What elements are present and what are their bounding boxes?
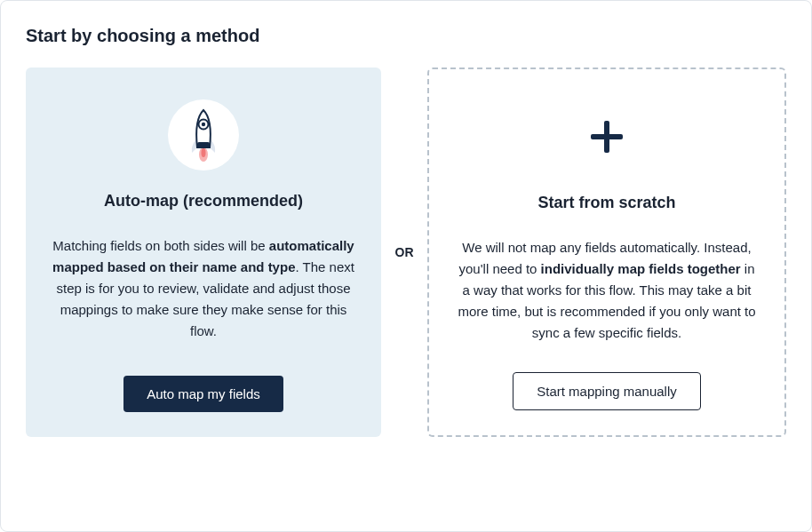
options-row: Auto-map (recommended) Matching fields o… [26, 67, 786, 437]
rocket-icon-circle [168, 99, 239, 171]
svg-rect-6 [591, 134, 623, 139]
manual-description: We will not map any fields automatically… [454, 237, 760, 344]
divider-or: OR [381, 67, 427, 437]
rocket-icon [182, 107, 225, 163]
auto-map-card: Auto-map (recommended) Matching fields o… [26, 67, 381, 437]
method-selection-panel: Start by choosing a method [0, 0, 812, 532]
svg-rect-4 [197, 142, 210, 147]
manual-button[interactable]: Start mapping manually [513, 372, 701, 410]
auto-map-title: Auto-map (recommended) [104, 192, 303, 210]
svg-point-1 [202, 148, 206, 157]
manual-desc-bold: individually map fields together [541, 261, 741, 276]
auto-map-description: Matching fields on both sides will be au… [51, 235, 356, 347]
plus-icon-area [571, 101, 642, 172]
page-title: Start by choosing a method [26, 26, 786, 46]
manual-title: Start from scratch [537, 194, 675, 212]
plus-icon [589, 119, 625, 155]
svg-point-3 [202, 123, 205, 126]
rocket-icon-area [168, 99, 239, 171]
auto-map-button[interactable]: Auto map my fields [123, 376, 283, 412]
manual-card: Start from scratch We will not map any f… [427, 67, 786, 437]
auto-map-desc-pre: Matching fields on both sides will be [52, 238, 268, 253]
